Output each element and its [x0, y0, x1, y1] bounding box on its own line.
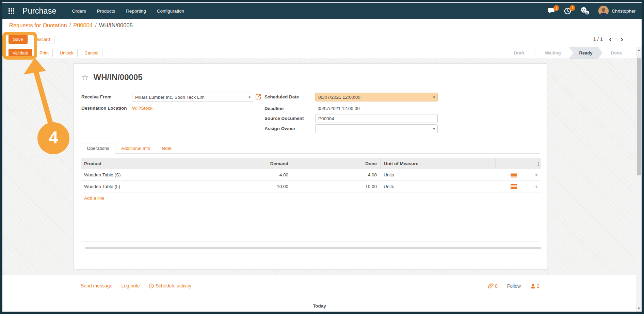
- log-note-button[interactable]: Log note: [121, 283, 140, 288]
- status-chevron: [532, 51, 537, 55]
- add-line-row: Add a line: [81, 192, 541, 204]
- menu-products[interactable]: Products: [97, 9, 115, 14]
- date-divider-label: Today: [308, 303, 331, 309]
- cell-product[interactable]: Wooden Table (S): [81, 172, 178, 177]
- cell-product[interactable]: Wooden Table (L): [81, 184, 178, 189]
- apps-grid-icon[interactable]: [9, 8, 14, 14]
- follow-button[interactable]: Follow: [507, 283, 521, 289]
- scrollbar-thumb[interactable]: [637, 58, 641, 175]
- tab-operations[interactable]: Operations: [81, 143, 115, 154]
- col-header-done[interactable]: Done: [292, 158, 380, 169]
- scheduled-date-label: Scheduled Date: [264, 94, 299, 99]
- source-document-value: P00004: [318, 116, 334, 121]
- source-document-label: Source Document: [264, 116, 304, 121]
- smileys-icon: [580, 7, 590, 15]
- paperclip-icon: [488, 283, 494, 289]
- chatter: Send message Log note Schedule activity …: [2, 275, 642, 312]
- receive-from-label: Receive From: [81, 94, 112, 99]
- tab-note[interactable]: Note: [156, 143, 178, 153]
- col-header-product[interactable]: Product: [81, 158, 178, 169]
- status-step-ready[interactable]: Ready: [569, 47, 602, 59]
- table-bottom-divider: [81, 241, 540, 242]
- form-sheet: ☆ WH/IN/00005 Receive From Pillars Lumbe…: [74, 63, 547, 270]
- destination-location-link[interactable]: WH/Stock: [132, 106, 152, 111]
- table-horizontal-scrollbar[interactable]: [85, 247, 541, 249]
- table-row: Wooden Table (S) 4.00 4.00 Units: [81, 169, 541, 181]
- scroll-up-icon[interactable]: ▲: [636, 48, 642, 52]
- breadcrumb-separator: /: [69, 22, 71, 29]
- assign-owner-caret-icon[interactable]: ▾: [433, 127, 435, 131]
- breadcrumb-p00004-link[interactable]: P00004: [73, 22, 93, 29]
- discard-button[interactable]: Discard: [31, 35, 54, 44]
- external-link-icon[interactable]: [255, 94, 261, 100]
- menu-configuration[interactable]: Configuration: [157, 9, 184, 14]
- assign-owner-input[interactable]: ▾: [315, 124, 438, 133]
- breadcrumb-current: WH/IN/00005: [99, 22, 133, 29]
- breadcrumb-separator: /: [95, 22, 97, 29]
- record-pager: 1 / 1 ‹ ›: [593, 32, 626, 47]
- save-button[interactable]: Save: [9, 35, 28, 44]
- favorite-star-icon[interactable]: ☆: [81, 73, 89, 81]
- scroll-down-icon[interactable]: ▼: [636, 307, 642, 310]
- destination-location-label: Destination Location: [81, 106, 127, 111]
- table-header-row: Product Demand Done Unit of Measure ⋮: [81, 158, 541, 169]
- user-menu[interactable]: Christopher: [598, 6, 635, 16]
- breadcrumb-rfq-link[interactable]: Requests for Quotation: [9, 22, 67, 29]
- vertical-scrollbar[interactable]: ▲ ▼: [636, 47, 642, 312]
- cancel-button[interactable]: Cancel: [81, 49, 102, 57]
- followers-button[interactable]: 2: [530, 283, 540, 289]
- status-step-waiting[interactable]: Waiting: [537, 47, 569, 59]
- pager-value: 1 / 1: [593, 36, 603, 42]
- unlock-button[interactable]: Unlock: [56, 49, 78, 57]
- send-message-button[interactable]: Send message: [81, 283, 112, 288]
- status-step-done[interactable]: Done: [603, 47, 630, 59]
- menu-orders[interactable]: Orders: [72, 9, 86, 14]
- col-header-uom[interactable]: Unit of Measure: [380, 158, 495, 169]
- cell-done[interactable]: 4.00: [292, 172, 380, 177]
- operations-table: Product Demand Done Unit of Measure ⋮ Wo…: [81, 158, 541, 204]
- col-header-demand[interactable]: Demand: [178, 158, 292, 169]
- receive-from-input[interactable]: Pillars Lumber Inc, Soon Teck Lim ▾: [132, 93, 253, 101]
- attachments-count: 0: [495, 283, 498, 289]
- menu-reporting[interactable]: Reporting: [126, 9, 146, 14]
- person-icon: [530, 283, 535, 288]
- schedule-activity-button[interactable]: Schedule activity: [149, 283, 191, 288]
- attachments-button[interactable]: 0: [488, 283, 498, 289]
- top-navbar: Purchase Orders Products Reporting Confi…: [2, 2, 642, 19]
- activities-icon[interactable]: 1: [564, 7, 571, 15]
- print-button[interactable]: Print: [35, 49, 53, 57]
- cell-done[interactable]: 10.00: [292, 184, 380, 189]
- col-header-actions: [495, 158, 532, 169]
- user-name: Christopher: [612, 9, 635, 14]
- user-avatar: [598, 6, 609, 16]
- app-name[interactable]: Purchase: [22, 6, 57, 16]
- emoji-status-icon[interactable]: [580, 7, 590, 15]
- cell-uom[interactable]: Units: [380, 184, 495, 189]
- record-title: WH/IN/00005: [94, 73, 143, 82]
- cell-demand[interactable]: 4.00: [178, 172, 292, 177]
- add-line-link[interactable]: Add a line: [81, 195, 104, 201]
- edit-toolbar: Save Discard 1 / 1 ‹ ›: [2, 32, 642, 47]
- deadline-value: 05/07/2021 12:00:00: [318, 106, 360, 111]
- tab-additional-info[interactable]: Additional Info: [115, 143, 156, 153]
- receive-from-caret-icon[interactable]: ▾: [248, 95, 251, 99]
- activity-clock-icon: [149, 283, 154, 288]
- scheduled-date-value: 05/07/2021 12:00:00: [318, 95, 360, 100]
- detailed-operations-icon[interactable]: [495, 173, 532, 177]
- validate-button[interactable]: Validate: [9, 49, 32, 57]
- status-step-draft[interactable]: Draft: [506, 47, 532, 59]
- table-options-kebab-icon[interactable]: ⋮: [532, 158, 541, 169]
- pager-prev-icon[interactable]: ‹: [606, 35, 614, 43]
- messages-icon[interactable]: 1: [548, 7, 555, 14]
- cell-demand[interactable]: 10.00: [178, 184, 292, 189]
- delete-row-icon[interactable]: [532, 172, 541, 178]
- followers-count: 2: [537, 283, 540, 289]
- detailed-operations-icon[interactable]: [495, 184, 532, 189]
- scheduled-date-input[interactable]: 05/07/2021 12:00:00 ▾: [315, 93, 438, 101]
- schedule-activity-label: Schedule activity: [156, 283, 191, 288]
- source-document-input[interactable]: P00004: [315, 114, 438, 123]
- delete-row-icon[interactable]: [532, 184, 541, 189]
- scheduled-date-caret-icon[interactable]: ▾: [433, 95, 435, 99]
- pager-next-icon[interactable]: ›: [618, 35, 626, 43]
- cell-uom[interactable]: Units: [380, 172, 495, 177]
